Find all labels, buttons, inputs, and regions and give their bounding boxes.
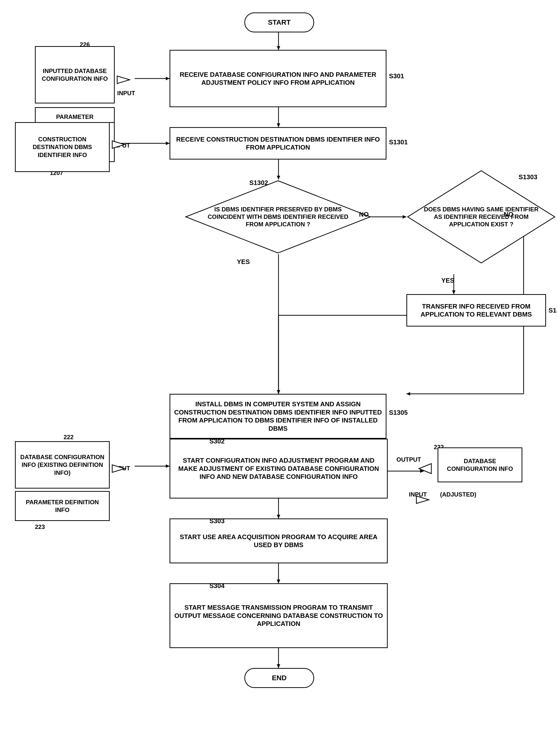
s1303-label: S1303 [519,173,537,181]
db-config-existing-text: DATABASE CONFIGURATION INFO (EXISTING DE… [19,453,106,477]
svg-marker-21 [277,515,280,518]
s302-text: START CONFIGURATION INFO ADJUSTMENT PROG… [173,456,384,481]
construction-dest-text: CONSTRUCTION DESTINATION DBMS IDENTIFIER… [19,135,106,159]
param-def-text: PARAMETER DEFINITION INFO [19,498,106,514]
svg-marker-38 [112,465,125,472]
input-arrow-right [414,493,434,506]
svg-marker-29 [166,142,170,145]
svg-marker-25 [277,664,280,668]
s1305-box: INSTALL DBMS IN COMPUTER SYSTEM AND ASSI… [170,394,386,439]
svg-marker-11 [452,291,456,294]
db-config-output-text: DATABASE CONFIGURATION INFO [441,457,519,473]
svg-marker-39 [419,464,431,474]
s1303-text: DOES DBMS HAVING SAME IDENTIFIER AS IDEN… [424,206,538,228]
svg-marker-5 [277,176,280,179]
input-arrow3 [110,462,135,475]
svg-marker-27 [166,77,170,80]
s1301-label: S1301 [389,138,408,146]
start-label: START [268,19,290,26]
svg-marker-31 [166,464,170,468]
start-oval: START [244,12,314,32]
s302-box: START CONFIGURATION INFO ADJUSTMENT PROG… [170,439,388,498]
s1303-diamond: DOES DBMS HAVING SAME IDENTIFIER AS IDEN… [406,170,556,264]
s1302-diamond: IS DBMS IDENTIFIER PRESERVED BY DBMS COI… [184,179,372,254]
s304-label: S304 [209,582,225,590]
ref-222a: 222 [64,434,74,441]
input-arrow2 [110,138,135,151]
flowchart-diagram: START RECEIVE DATABASE CONFIGURATION INF… [0,0,557,756]
s1304-label: S1304 [549,307,557,314]
s1301-box: RECEIVE CONSTRUCTION DESTINATION DBMS ID… [170,127,386,159]
end-label: END [272,674,287,682]
s1305-label: S1305 [389,409,408,417]
output-arrow [416,461,436,476]
yes-label1: YES [237,258,250,266]
ref-223: 223 [35,523,45,531]
no-label1: NO [359,211,369,218]
svg-marker-40 [416,496,429,504]
yes-label2: YES [441,277,454,284]
end-oval: END [244,668,314,688]
s303-label: S303 [209,517,225,525]
s304-box: START MESSAGE TRANSMISSION PROGRAM TO TR… [170,583,388,648]
svg-marker-23 [277,579,280,583]
s1304-box: TRANSFER INFO RECEIVED FROM APPLICATION … [406,294,546,327]
s1302-label: S1302 [249,179,268,187]
s303-box: START USE AREA ACQUISITION PROGRAM TO AC… [170,518,388,563]
input-arrow1 [115,73,140,86]
s1302-text: IS DBMS IDENTIFIER PRESERVED BY DBMS COI… [208,206,348,228]
svg-marker-36 [117,76,130,84]
s302-label: S302 [209,437,225,445]
s301-label: S301 [389,72,404,80]
s301-box: RECEIVE DATABASE CONFIGURATION INFO AND … [170,50,386,107]
db-config-output-box: DATABASE CONFIGURATION INFO [438,447,522,482]
s1301-text: RECEIVE CONSTRUCTION DESTINATION DBMS ID… [173,135,383,152]
s303-text: START USE AREA ACQUISITION PROGRAM TO AC… [173,533,384,549]
inputted-db-config-text: INPUTTED DATABASE CONFIGURATION INFO [39,67,111,83]
s304-text: START MESSAGE TRANSMISSION PROGRAM TO TR… [173,603,384,628]
param-def-box: PARAMETER DEFINITION INFO [15,491,110,521]
svg-marker-17 [406,392,410,396]
svg-marker-7 [277,390,280,394]
s1304-text: TRANSFER INFO RECEIVED FROM APPLICATION … [410,302,543,319]
construction-dest-main-box: CONSTRUCTION DESTINATION DBMS IDENTIFIER… [15,122,110,172]
s1305-text: INSTALL DBMS IN COMPUTER SYSTEM AND ASSI… [173,400,383,432]
svg-marker-37 [112,141,125,148]
svg-marker-1 [277,46,280,50]
adjusted-label: (ADJUSTED) [440,491,476,498]
svg-marker-9 [403,215,406,219]
input-label1: INPUT [117,90,135,97]
s301-text: RECEIVE DATABASE CONFIGURATION INFO AND … [173,70,383,87]
svg-marker-3 [277,123,280,127]
db-config-existing-box: DATABASE CONFIGURATION INFO (EXISTING DE… [15,441,110,488]
inputted-db-config-box: INPUTTED DATABASE CONFIGURATION INFO [35,46,115,103]
